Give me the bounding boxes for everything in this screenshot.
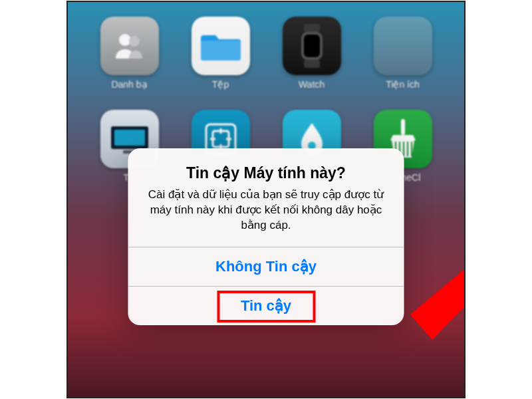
ios-homescreen: Danh bạ Tệp Watch [66,1,466,398]
dont-trust-button[interactable]: Không Tin cậy [128,247,404,286]
trust-button-label: Tin cậy [241,297,291,314]
watch-icon [283,17,341,75]
app-contacts[interactable]: Danh bạ [93,17,166,90]
utilities-folder-icon [374,17,432,75]
app-utilities-folder[interactable]: Tiện ích [366,17,440,90]
dialog-message: Cài đặt và dữ liệu của bạn sẽ truy cập đ… [143,188,390,233]
svg-rect-13 [401,119,405,135]
svg-rect-5 [304,35,320,57]
annotation-arrow-icon [397,235,466,348]
svg-rect-2 [201,41,241,61]
app-row-1: Danh bạ Tệp Watch [68,2,464,90]
svg-point-1 [129,36,140,47]
app-label: Danh bạ [111,79,147,90]
dialog-title: Tin cậy Máy tính này? [143,164,390,182]
dialog-body: Tin cậy Máy tính này? Cài đặt và dữ liệu… [128,148,404,247]
trust-computer-dialog: Tin cậy Máy tính này? Cài đặt và dữ liệu… [128,148,404,325]
trust-button[interactable]: Tin cậy [128,287,404,325]
contacts-icon [100,17,159,75]
svg-rect-8 [114,130,145,146]
app-watch[interactable]: Watch [275,17,348,90]
app-label: Tệp [212,79,229,90]
files-icon [192,17,250,75]
app-files[interactable]: Tệp [184,17,257,90]
svg-marker-14 [410,238,466,340]
app-label: Tiện ích [386,79,420,90]
app-label: Watch [299,79,325,90]
svg-rect-6 [304,60,320,68]
svg-rect-3 [304,24,320,32]
